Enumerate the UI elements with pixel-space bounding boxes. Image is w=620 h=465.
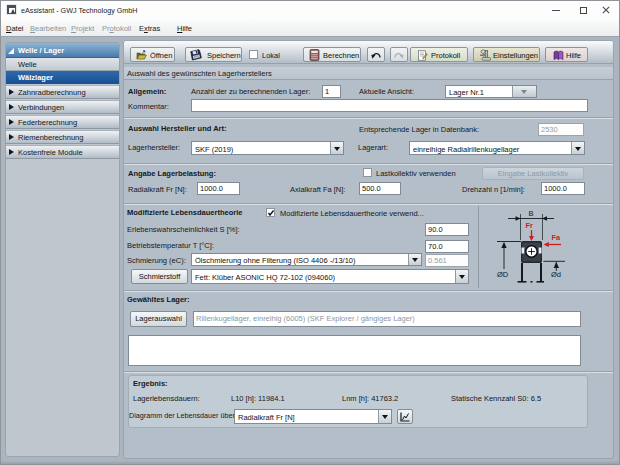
svg-text:B: B — [529, 209, 534, 218]
svg-text:Ød: Ød — [551, 270, 561, 279]
svg-text:Fa: Fa — [552, 233, 562, 242]
svg-text:ØD: ØD — [497, 270, 509, 279]
svg-text:Fr: Fr — [526, 221, 534, 230]
